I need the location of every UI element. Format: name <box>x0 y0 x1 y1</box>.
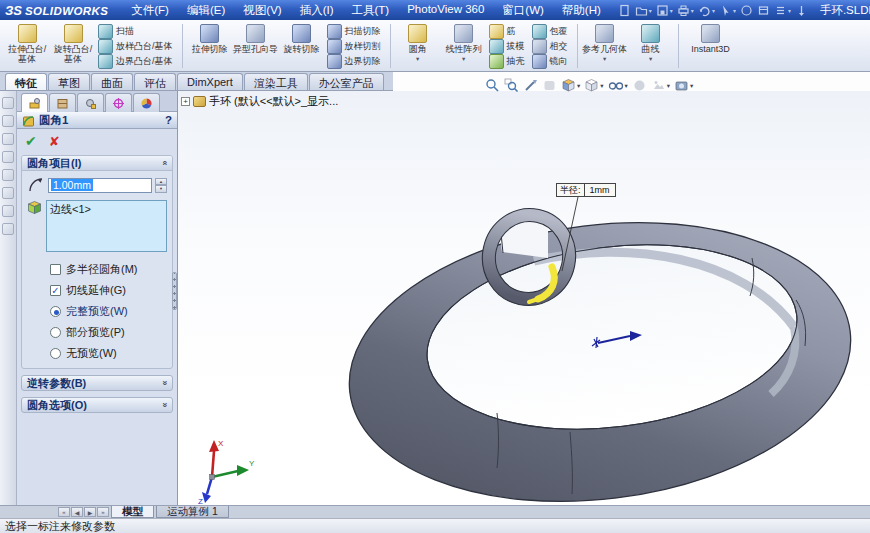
view-settings-button[interactable]: ▾ <box>673 78 694 93</box>
strip-tool-icon-5[interactable] <box>2 169 14 181</box>
graphics-viewport[interactable]: X Y Z + 手环 (默认<<默认>_显示... 半径: 1mm <box>178 91 870 505</box>
file-properties-icon[interactable]: ▾ <box>772 4 793 17</box>
print-icon[interactable]: ▾ <box>675 4 696 17</box>
open-dropdown-caret[interactable]: ▾ <box>649 7 652 14</box>
expand-chevron-icon[interactable]: » <box>159 380 169 385</box>
rebuild-icon[interactable] <box>738 4 755 17</box>
hole-wizard-button[interactable]: 异型孔向导 <box>233 22 279 70</box>
view-orientation-button[interactable]: ▾ <box>560 78 581 93</box>
nav-prev-button[interactable]: ◀ <box>71 507 83 517</box>
tree-root-label[interactable]: 手环 (默认<<默认>_显示... <box>209 94 338 109</box>
instant3d-button[interactable]: Instant3D <box>683 22 739 70</box>
zoom-fit-button[interactable] <box>484 78 501 93</box>
fillet-button[interactable]: 圆角 ▾ <box>395 22 441 70</box>
motion-study-tab[interactable]: 运动算例 1 <box>156 506 229 518</box>
lofted-cut-button[interactable]: 放样切割 <box>325 39 386 54</box>
extruded-boss-button[interactable]: 拉伸凸台/基体 <box>4 22 50 70</box>
curves-dropdown-caret[interactable]: ▾ <box>649 55 652 62</box>
selected-edge-item[interactable]: 边线<1> <box>50 203 91 215</box>
curves-button[interactable]: 曲线 ▾ <box>628 22 674 70</box>
view-settings-caret[interactable]: ▾ <box>690 82 693 90</box>
tab-render-tools[interactable]: 渲染工具 <box>244 73 308 90</box>
zoom-area-button[interactable] <box>503 78 520 93</box>
instant3d-toggle-icon[interactable] <box>793 4 810 17</box>
linear-pattern-button[interactable]: 线性阵列 ▾ <box>441 22 487 70</box>
display-style-button[interactable]: ▾ <box>583 78 604 93</box>
display-style-caret[interactable]: ▾ <box>600 82 603 90</box>
view-orientation-caret[interactable]: ▾ <box>577 82 580 90</box>
menu-view[interactable]: 视图(V) <box>234 1 290 20</box>
edge-selection-box[interactable]: 边线<1> <box>46 200 167 252</box>
multi-radius-checkbox[interactable] <box>50 264 61 275</box>
nav-next-button[interactable]: ▶ <box>84 507 96 517</box>
reference-geometry-button[interactable]: 参考几何体 ▾ <box>582 22 628 70</box>
collapse-chevron-icon[interactable]: « <box>159 160 169 165</box>
select-dropdown-caret[interactable]: ▾ <box>733 7 736 14</box>
wristband-band[interactable] <box>333 195 867 505</box>
menu-window[interactable]: 窗口(W) <box>493 1 553 20</box>
radius-field[interactable]: 1.00mm <box>48 178 152 193</box>
reference-geometry-dropdown-caret[interactable]: ▾ <box>603 55 606 62</box>
tab-surfaces[interactable]: 曲面 <box>91 73 133 90</box>
menu-insert[interactable]: 插入(I) <box>291 1 343 20</box>
hide-show-items-button[interactable]: ▾ <box>607 78 629 93</box>
model-canvas[interactable]: X Y Z <box>178 91 870 505</box>
extruded-cut-button[interactable]: 拉伸切除 <box>187 22 233 70</box>
annotation-value[interactable]: 1mm <box>585 184 615 196</box>
hide-show-caret[interactable]: ▾ <box>625 82 628 90</box>
draft-button[interactable]: 拔模 <box>487 39 530 54</box>
strip-tool-icon-2[interactable] <box>2 115 14 127</box>
apply-scene-button[interactable]: ▾ <box>650 78 671 93</box>
strip-tool-icon-1[interactable] <box>2 97 14 109</box>
tab-sketch[interactable]: 草图 <box>48 73 90 90</box>
save-dropdown-caret[interactable]: ▾ <box>670 7 673 14</box>
tab-evaluate[interactable]: 评估 <box>134 73 176 90</box>
properties-dropdown-caret[interactable]: ▾ <box>788 7 791 14</box>
swept-boss-button[interactable]: 扫描 <box>96 24 178 39</box>
fillet-options-bar[interactable]: 圆角选项(O) » <box>21 397 173 413</box>
fillet-items-header[interactable]: 圆角项目(I) « <box>22 156 172 171</box>
new-document-icon[interactable] <box>616 4 633 17</box>
panel-resize-grip[interactable] <box>172 272 177 310</box>
options-icon[interactable] <box>755 4 772 17</box>
swept-cut-button[interactable]: 扫描切除 <box>325 24 386 39</box>
help-button[interactable]: ? <box>165 114 172 126</box>
model-tab[interactable]: 模型 <box>111 506 154 518</box>
shell-button[interactable]: 抽壳 <box>487 54 530 69</box>
cancel-button[interactable]: ✘ <box>49 134 60 149</box>
lofted-boss-button[interactable]: 放样凸台/基体 <box>96 39 178 54</box>
boundary-boss-button[interactable]: 边界凸台/基体 <box>96 54 178 69</box>
spinner-down-icon[interactable]: ▼ <box>155 185 167 193</box>
expand-chevron-icon[interactable]: » <box>159 402 169 407</box>
menu-photoview360[interactable]: PhotoView 360 <box>398 1 493 20</box>
nav-last-button[interactable]: » <box>97 507 109 517</box>
strip-tool-icon-7[interactable] <box>2 205 14 217</box>
ok-button[interactable]: ✔ <box>25 133 37 149</box>
section-view-button[interactable] <box>522 78 539 93</box>
menu-tools[interactable]: 工具(T) <box>343 1 399 20</box>
rib-button[interactable]: 筋 <box>487 24 530 39</box>
strip-tool-icon-8[interactable] <box>2 223 14 235</box>
tab-dimxpert[interactable]: DimXpert <box>177 73 243 90</box>
wrap-button[interactable]: 包覆 <box>530 24 573 39</box>
undo-icon[interactable]: ▾ <box>696 4 717 17</box>
strip-tool-icon-4[interactable] <box>2 151 14 163</box>
menu-edit[interactable]: 编辑(E) <box>178 1 234 20</box>
tab-display-manager[interactable] <box>105 93 132 112</box>
apply-scene-caret[interactable]: ▾ <box>667 82 670 90</box>
tab-features[interactable]: 特征 <box>5 73 47 90</box>
save-icon[interactable]: ▾ <box>654 4 675 17</box>
previous-view-button[interactable] <box>541 78 558 93</box>
tab-property-manager[interactable] <box>21 93 48 112</box>
tangent-propagation-checkbox[interactable]: ✓ <box>50 285 61 296</box>
revolved-cut-button[interactable]: 旋转切除 <box>279 22 325 70</box>
boundary-cut-button[interactable]: 边界切除 <box>325 54 386 69</box>
intersect-button[interactable]: 相交 <box>530 39 573 54</box>
tab-dimxpert-manager[interactable] <box>77 93 104 112</box>
revolved-boss-button[interactable]: 旋转凸台/基体 <box>50 22 96 70</box>
edit-appearance-button[interactable] <box>631 78 648 93</box>
tab-configuration-manager[interactable] <box>49 93 76 112</box>
no-preview-radio[interactable] <box>50 348 61 359</box>
strip-tool-icon-3[interactable] <box>2 133 14 145</box>
nav-first-button[interactable]: « <box>58 507 70 517</box>
